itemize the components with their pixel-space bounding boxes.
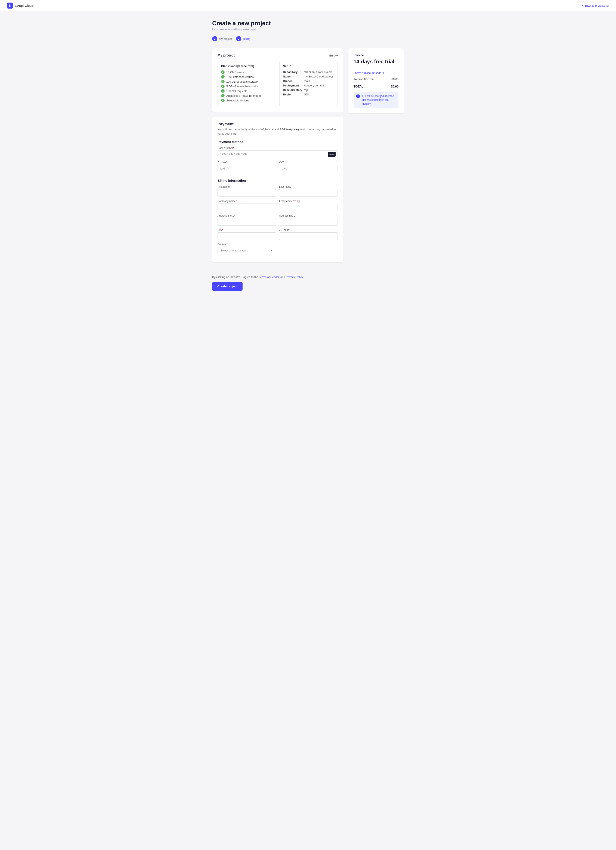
zip-input[interactable]	[279, 232, 338, 240]
check-icon	[221, 80, 224, 83]
zip-label: ZIP code*	[279, 229, 338, 232]
step-circle-2: 2	[236, 36, 241, 41]
email-group: Email address* i	[279, 200, 338, 211]
expires-group: Expires*	[218, 161, 276, 172]
logo-area: S Strapi Cloud	[7, 3, 34, 9]
main-layout: My project Edit ✏ Plan (14-days free tri…	[212, 48, 404, 263]
first-name-label: First name	[218, 185, 276, 188]
city-label: City*	[218, 229, 276, 232]
check-icon	[221, 70, 224, 74]
zip-group: ZIP code*	[279, 229, 338, 240]
billing-info-label: Billing information	[218, 179, 338, 182]
edit-button[interactable]: Edit ✏	[329, 54, 338, 57]
check-icon	[221, 89, 224, 93]
invoice-notice: i $70 will be charged after the trial ha…	[354, 91, 398, 108]
setup-row-item: Namemy Strapi Cloud project	[283, 75, 334, 78]
setup-box: Setup Repositorystrapi/my-strapi-project…	[280, 61, 338, 107]
city-input[interactable]	[218, 232, 276, 240]
setup-row-item: Repositorystrapi/my-strapi-project	[283, 70, 334, 73]
terms-of-service-link[interactable]: Terms of Service	[259, 275, 280, 278]
plan-feature-item: 10k API requests	[221, 89, 272, 93]
last-name-label: Last name	[279, 185, 338, 188]
pencil-icon: ✏	[335, 54, 338, 57]
discount-code-toggle[interactable]: I have a discount code ▾	[354, 71, 398, 75]
setup-title: Setup	[283, 64, 334, 68]
setup-row-item: Base directory/api	[283, 88, 334, 91]
my-project-card-title: My project Edit ✏	[218, 54, 338, 57]
back-arrow-icon: ↰	[582, 4, 584, 7]
plan-box: Plan (14-days free trial) 10 CMS seats10…	[218, 61, 276, 107]
step-my-project[interactable]: 1 My project	[212, 36, 232, 41]
steps-nav: 1 My project 2 Billing	[212, 36, 404, 41]
card-number-group: Card Number* CCVC	[218, 147, 338, 158]
plan-feature-item: 5 GB of assets bandwidth	[221, 85, 272, 88]
expires-cvc-row: Expires* CVC*	[218, 161, 338, 175]
company-email-row: Company name* Email address* i	[218, 200, 338, 214]
invoice-card: Invoice 14-days free trial I have a disc…	[348, 48, 404, 114]
setup-row-item: DeploymentAt every commit	[283, 84, 334, 87]
plan-feature-item: Audit logs (7 days retention)	[221, 94, 272, 97]
check-icon	[221, 85, 224, 88]
expires-input[interactable]	[218, 165, 276, 172]
invoice-line-trial: 14-days free trial $0.00	[354, 78, 398, 81]
logo-text: Strapi Cloud	[15, 4, 34, 7]
setup-rows: Repositorystrapi/my-strapi-projectNamemy…	[283, 70, 334, 96]
last-name-input[interactable]	[279, 189, 338, 197]
cvc-group: CVC*	[279, 161, 338, 172]
back-to-projects-link[interactable]: ↰ Back to projects list	[582, 4, 609, 7]
cvc-input[interactable]	[279, 165, 338, 172]
payment-subtitle: You will be charged only at the end of t…	[218, 127, 338, 136]
page-subtitle: Lets create something awesome!	[212, 28, 404, 31]
plan-feature-item: Selectable regions	[221, 99, 272, 102]
payment-method-label: Payment method	[218, 140, 338, 144]
step-circle-1: 1	[212, 36, 217, 41]
address-row: Address line 1* Address line 2	[218, 214, 338, 229]
card-number-input[interactable]	[218, 150, 338, 158]
setup-row-item: Branchmain	[283, 79, 334, 82]
create-project-button[interactable]: Create project	[212, 282, 242, 290]
chevron-down-icon: ▾	[383, 71, 384, 75]
payment-card: Payment You will be charged only at the …	[212, 117, 343, 263]
company-name-label: Company name*	[218, 200, 276, 203]
last-name-group: Last name	[279, 185, 338, 197]
card-number-label: Card Number*	[218, 147, 338, 150]
check-icon	[221, 99, 224, 102]
step-label-my-project: My project	[219, 37, 232, 40]
info-icon: i	[356, 94, 360, 98]
email-label: Email address* i	[279, 200, 338, 203]
expires-label: Expires*	[218, 161, 276, 164]
first-name-group: First name	[218, 185, 276, 197]
logo-icon: S	[7, 3, 13, 9]
plan-feature-item: 100k database entries	[221, 75, 272, 79]
name-row: First name Last name	[218, 185, 338, 200]
card-brand-icon: CCVC	[328, 152, 336, 157]
address2-input[interactable]	[279, 218, 338, 226]
plan-feature-item: 100 GB of assets storage	[221, 80, 272, 83]
country-select[interactable]: Select or enter a value	[218, 247, 275, 254]
address2-group: Address line 2	[279, 214, 338, 226]
footer-terms-text: By clicking on "Create", I agree to the …	[212, 275, 404, 278]
invoice-plan: 14-days free trial	[354, 58, 398, 64]
right-column: Invoice 14-days free trial I have a disc…	[348, 48, 404, 114]
invoice-total-line: TOTAL $0.00	[354, 83, 398, 88]
address1-group: Address line 1*	[218, 214, 276, 226]
step-billing[interactable]: 2 Billing	[236, 36, 250, 41]
cvc-label: CVC*	[279, 161, 338, 164]
company-name-group: Company name*	[218, 200, 276, 211]
page-title: Create a new project	[212, 20, 404, 27]
company-name-input[interactable]	[218, 204, 276, 211]
check-icon	[221, 75, 224, 79]
check-icon	[221, 94, 224, 97]
privacy-policy-link[interactable]: Privacy Policy	[286, 275, 303, 278]
city-zip-row: City* ZIP code*	[218, 229, 338, 243]
address1-input[interactable]	[218, 218, 276, 226]
plan-feature-item: 10 CMS seats	[221, 70, 272, 74]
email-input[interactable]	[279, 204, 338, 211]
email-info-icon[interactable]: i	[297, 200, 300, 203]
features-list: 10 CMS seats100k database entries100 GB …	[221, 70, 272, 102]
project-inner: Plan (14-days free trial) 10 CMS seats10…	[218, 61, 338, 107]
first-name-input[interactable]	[218, 189, 276, 197]
footer-area: By clicking on "Create", I agree to the …	[205, 271, 411, 299]
card-number-wrapper: CCVC	[218, 150, 338, 158]
address2-label: Address line 2	[279, 214, 338, 217]
